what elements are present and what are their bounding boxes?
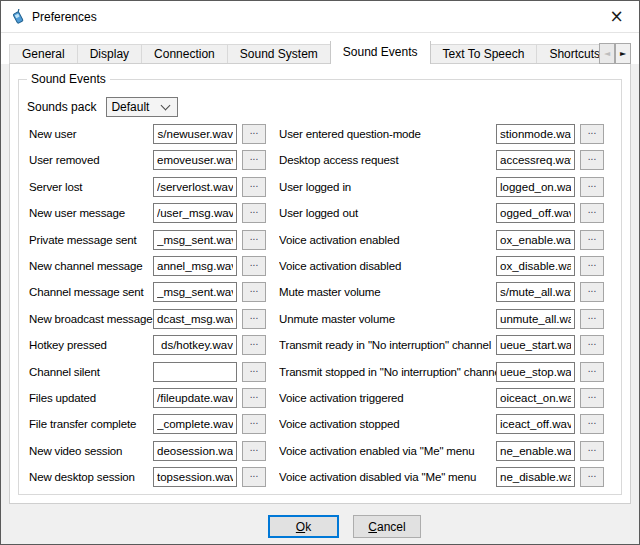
- tab-connection[interactable]: Connection: [141, 44, 228, 64]
- browse-button[interactable]: ...: [242, 309, 266, 329]
- sound-event-label: New channel message: [29, 260, 153, 272]
- sound-file-input[interactable]: [153, 414, 237, 434]
- browse-button[interactable]: ...: [242, 414, 266, 434]
- sound-file-input[interactable]: [496, 230, 575, 250]
- tab-scroll-left-icon[interactable]: ◄: [599, 43, 615, 64]
- browse-button[interactable]: ...: [580, 414, 604, 434]
- sound-event-label: Voice activation enabled via "Me" menu: [279, 445, 496, 457]
- sound-file-input[interactable]: [153, 335, 237, 355]
- sounds-pack-row: Sounds pack Default: [27, 97, 178, 117]
- browse-button[interactable]: ...: [580, 256, 604, 276]
- browse-button[interactable]: ...: [580, 441, 604, 461]
- sound-file-input[interactable]: [496, 150, 575, 170]
- sound-file-input[interactable]: [153, 177, 237, 197]
- sound-event-row: User entered question-mode...: [279, 124, 604, 144]
- tab-sound-system[interactable]: Sound System: [227, 44, 331, 64]
- sound-event-row: Transmit ready in "No interruption" chan…: [279, 335, 604, 355]
- sound-event-label: Channel silent: [29, 366, 153, 378]
- sound-file-input[interactable]: [496, 256, 575, 276]
- browse-button[interactable]: ...: [580, 388, 604, 408]
- sound-event-row: Hotkey pressed...: [29, 335, 266, 355]
- preferences-dialog: Preferences × GeneralDisplayConnectionSo…: [0, 0, 640, 545]
- sound-event-row: User removed...: [29, 150, 266, 170]
- browse-button[interactable]: ...: [242, 467, 266, 487]
- sound-file-input[interactable]: [496, 388, 575, 408]
- sound-file-input[interactable]: [153, 230, 237, 250]
- sound-file-input[interactable]: [153, 150, 237, 170]
- title-bar: Preferences ×: [1, 1, 639, 33]
- sound-file-input[interactable]: [496, 282, 575, 302]
- sound-event-row: New video session...: [29, 441, 266, 461]
- sound-events-page: Sound Events Sounds pack Default New use…: [9, 63, 631, 504]
- sound-file-input[interactable]: [153, 467, 237, 487]
- sound-event-row: New broadcast message...: [29, 309, 266, 329]
- sound-file-input[interactable]: [153, 309, 237, 329]
- sound-file-input[interactable]: [496, 177, 575, 197]
- browse-button[interactable]: ...: [580, 124, 604, 144]
- sound-file-input[interactable]: [153, 124, 237, 144]
- sound-event-row: New channel message...: [29, 256, 266, 276]
- browse-button[interactable]: ...: [580, 203, 604, 223]
- tab-scrollers: ◄ ►: [599, 43, 631, 64]
- sound-event-row: User logged in...: [279, 177, 604, 197]
- browse-button[interactable]: ...: [580, 150, 604, 170]
- sound-event-row: New desktop session...: [29, 467, 266, 487]
- sound-file-input[interactable]: [153, 441, 237, 461]
- sounds-pack-value: Default: [107, 100, 162, 114]
- browse-button[interactable]: ...: [242, 441, 266, 461]
- sound-event-label: New video session: [29, 445, 153, 457]
- browse-button[interactable]: ...: [242, 282, 266, 302]
- browse-button[interactable]: ...: [242, 124, 266, 144]
- sound-event-row: Voice activation enabled via "Me" menu..…: [279, 441, 604, 461]
- browse-button[interactable]: ...: [242, 177, 266, 197]
- sound-event-label: Mute master volume: [279, 286, 496, 298]
- browse-button[interactable]: ...: [242, 256, 266, 276]
- tab-sound-events[interactable]: Sound Events: [330, 41, 431, 64]
- sound-file-input[interactable]: [496, 362, 575, 382]
- browse-button[interactable]: ...: [580, 309, 604, 329]
- sound-event-label: Voice activation enabled: [279, 234, 496, 246]
- tab-scroll-right-icon[interactable]: ►: [615, 43, 631, 64]
- sound-file-input[interactable]: [153, 203, 237, 223]
- browse-button[interactable]: ...: [580, 362, 604, 382]
- browse-button[interactable]: ...: [580, 230, 604, 250]
- sound-file-input[interactable]: [153, 362, 237, 382]
- chevron-down-icon: [161, 101, 171, 111]
- sound-file-input[interactable]: [496, 203, 575, 223]
- sound-event-label: Voice activation triggered: [279, 392, 496, 404]
- sound-event-label: Transmit ready in "No interruption" chan…: [279, 339, 496, 351]
- sound-file-input[interactable]: [496, 441, 575, 461]
- browse-button[interactable]: ...: [242, 362, 266, 382]
- browse-button[interactable]: ...: [580, 177, 604, 197]
- browse-button[interactable]: ...: [242, 230, 266, 250]
- sound-event-label: Voice activation stopped: [279, 418, 496, 430]
- groupbox-legend: Sound Events: [27, 72, 110, 86]
- browse-button[interactable]: ...: [242, 150, 266, 170]
- cancel-button[interactable]: Cancel: [353, 515, 421, 538]
- tab-text-to-speech[interactable]: Text To Speech: [430, 44, 538, 64]
- sound-file-input[interactable]: [153, 282, 237, 302]
- sound-file-input[interactable]: [153, 256, 237, 276]
- sound-file-input[interactable]: [496, 124, 575, 144]
- browse-button[interactable]: ...: [242, 203, 266, 223]
- dialog-footer: Ok Cancel: [1, 504, 639, 544]
- browse-button[interactable]: ...: [580, 282, 604, 302]
- ok-button[interactable]: Ok: [268, 515, 339, 538]
- sound-file-input[interactable]: [496, 414, 575, 434]
- window-title: Preferences: [32, 10, 97, 24]
- tab-display[interactable]: Display: [77, 44, 142, 64]
- sounds-pack-label: Sounds pack: [27, 100, 96, 114]
- browse-button[interactable]: ...: [242, 335, 266, 355]
- sound-event-row: New user message...: [29, 203, 266, 223]
- sound-file-input[interactable]: [496, 309, 575, 329]
- close-icon[interactable]: ×: [594, 1, 639, 31]
- sound-file-input[interactable]: [496, 467, 575, 487]
- sound-event-label: User removed: [29, 154, 153, 166]
- browse-button[interactable]: ...: [580, 467, 604, 487]
- browse-button[interactable]: ...: [242, 388, 266, 408]
- sound-file-input[interactable]: [496, 335, 575, 355]
- tab-general[interactable]: General: [9, 44, 78, 64]
- sounds-pack-select[interactable]: Default: [106, 97, 178, 117]
- sound-file-input[interactable]: [153, 388, 237, 408]
- browse-button[interactable]: ...: [580, 335, 604, 355]
